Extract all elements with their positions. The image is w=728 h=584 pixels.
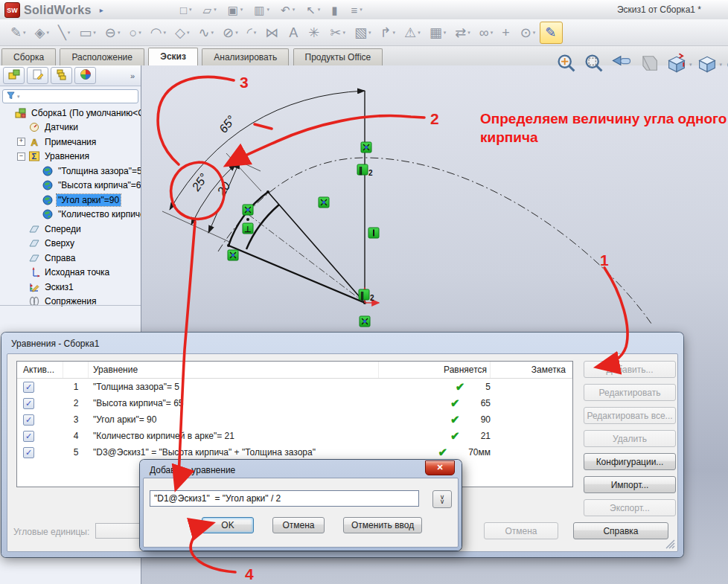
dropdown-caret-icon[interactable]: ▾ bbox=[533, 30, 536, 36]
open-document-button[interactable]: ▱▾ bbox=[203, 4, 217, 16]
ellipse-button[interactable]: ⊘▾ bbox=[218, 22, 243, 43]
repair-sketch-button[interactable]: + bbox=[497, 22, 516, 43]
dropdown-caret-icon[interactable]: ▾ bbox=[393, 30, 396, 36]
line-button[interactable]: ╲▾ bbox=[54, 22, 74, 43]
equation-row[interactable]: ✓ 2 "Высота кирпича"= 65 ✔65 bbox=[17, 395, 572, 411]
dropdown-caret-icon[interactable]: ▾ bbox=[368, 30, 371, 36]
column-header-comment[interactable]: Заметка bbox=[491, 362, 572, 378]
equation-active-checkbox[interactable]: ✓ bbox=[23, 382, 34, 393]
dropdown-caret-icon[interactable]: ▾ bbox=[720, 62, 723, 68]
display-relations-button[interactable]: ∞▾ bbox=[475, 22, 497, 43]
circle-button[interactable]: ○▾ bbox=[124, 22, 145, 43]
xpress-products-button[interactable]: ▮ bbox=[331, 4, 339, 16]
convert-entities-button[interactable]: ▧▾ bbox=[350, 22, 376, 43]
tree-item[interactable]: "Угол арки"=90 bbox=[0, 193, 141, 208]
equation-row[interactable]: ✓ 4 "Количество кирпичей в арке"= 21 ✔21 bbox=[17, 428, 572, 444]
constraint-coincident-icon[interactable] bbox=[243, 205, 253, 215]
straight-slot-button[interactable]: ⊖▾ bbox=[100, 22, 125, 43]
sketch-button[interactable]: ✎▾ bbox=[6, 22, 31, 43]
configurationmanager-tab[interactable] bbox=[51, 67, 72, 84]
equation-row[interactable]: ✓ 3 "Угол арки"= 90 ✔90 bbox=[17, 411, 572, 428]
edit-all-button[interactable]: Редактировать все... bbox=[584, 407, 676, 424]
equation-active-checkbox[interactable]: ✓ bbox=[23, 398, 34, 409]
tab-Расположение[interactable]: Расположение bbox=[60, 48, 144, 66]
delete-button[interactable]: Удалить bbox=[584, 430, 676, 447]
export-button[interactable]: Экспорт... bbox=[584, 499, 676, 516]
equation-row[interactable]: ✓ 1 "Толщина зазора"= 5 ✔5 bbox=[17, 379, 572, 395]
tab-Анализировать[interactable]: Анализировать bbox=[202, 48, 289, 66]
displaymanager-tab[interactable] bbox=[74, 67, 96, 84]
dropdown-caret-icon[interactable]: ▾ bbox=[293, 7, 296, 13]
menu-expand-icon[interactable]: ▸ bbox=[100, 6, 103, 14]
dropdown-caret-icon[interactable]: ▾ bbox=[689, 62, 692, 68]
tree-item[interactable]: Датчики bbox=[0, 121, 141, 135]
close-icon[interactable]: ✕ bbox=[425, 461, 455, 475]
sketch-point[interactable] bbox=[266, 190, 269, 193]
dropdown-caret-icon[interactable]: ▾ bbox=[23, 30, 26, 36]
tab-Сборка[interactable]: Сборка bbox=[1, 48, 56, 66]
column-header-evaluates[interactable]: Равняется bbox=[379, 362, 491, 378]
section-view-button[interactable] bbox=[638, 52, 662, 77]
view-orientation-button[interactable] bbox=[610, 52, 634, 77]
sketch-point[interactable] bbox=[246, 218, 249, 221]
tab-Эскиз[interactable]: Эскиз bbox=[148, 48, 198, 66]
smart-dimension-button[interactable]: ◈▾ bbox=[31, 22, 54, 43]
dropdown-caret-icon[interactable]: ▾ bbox=[267, 7, 270, 13]
dimension-65-text[interactable]: 65° bbox=[217, 113, 238, 135]
constraint-coincident-icon[interactable] bbox=[228, 250, 238, 260]
centerpoint-arc-button[interactable]: ◠▾ bbox=[146, 22, 170, 43]
tree-item[interactable]: Сопряжения bbox=[0, 295, 141, 309]
text-button[interactable]: A bbox=[284, 22, 304, 43]
tree-item[interactable]: + A Примечания bbox=[0, 135, 141, 150]
brick-radial-line[interactable] bbox=[229, 246, 365, 303]
tree-item[interactable]: − Σ Уравнения bbox=[0, 150, 141, 164]
zoom-to-fit-button[interactable] bbox=[555, 52, 579, 77]
equation-active-checkbox[interactable]: ✓ bbox=[23, 414, 34, 426]
tree-item[interactable]: Сверху bbox=[0, 237, 141, 251]
dropdown-caret-icon[interactable]: ▾ bbox=[93, 30, 96, 36]
dropdown-caret-icon[interactable]: ▾ bbox=[138, 30, 141, 36]
equation-active-checkbox[interactable]: ✓ bbox=[23, 447, 34, 458]
constraint-coincident-icon[interactable] bbox=[319, 197, 329, 208]
constraint-coincident-icon[interactable] bbox=[360, 316, 370, 327]
save-button[interactable]: ▣▾ bbox=[228, 4, 243, 16]
ok-button[interactable]: OK bbox=[202, 517, 254, 533]
panel-expand-chevron[interactable]: » bbox=[130, 71, 138, 80]
dropdown-caret-icon[interactable]: ▾ bbox=[360, 7, 363, 13]
help-button[interactable]: Справка bbox=[573, 522, 668, 539]
tree-expander[interactable]: − bbox=[17, 153, 25, 161]
dropdown-caret-icon[interactable]: ▾ bbox=[444, 30, 447, 36]
select-button[interactable]: ↖▾ bbox=[306, 4, 320, 16]
filter-caret-icon[interactable]: ▾ bbox=[17, 94, 20, 100]
view-settings-button[interactable]: ▾ bbox=[665, 52, 692, 77]
dropdown-caret-icon[interactable]: ▾ bbox=[254, 30, 257, 36]
dropdown-caret-icon[interactable]: ▾ bbox=[68, 30, 71, 36]
tree-item[interactable]: Справа bbox=[0, 251, 141, 266]
zoom-to-area-button[interactable] bbox=[583, 52, 607, 77]
dropdown-caret-icon[interactable]: ▾ bbox=[211, 30, 214, 36]
dropdown-caret-icon[interactable]: ▾ bbox=[164, 30, 167, 36]
sketch-fillet-button[interactable]: ◜▾ bbox=[243, 22, 261, 43]
instant2d-button[interactable]: ⊙▾ bbox=[516, 22, 540, 43]
display-style-button[interactable]: ▾ bbox=[696, 52, 723, 77]
polygon-button[interactable]: ◇▾ bbox=[170, 22, 194, 43]
constraint-parallel-icon[interactable]: ∥2 bbox=[359, 289, 374, 302]
cancel-input-button[interactable]: Отменить ввод bbox=[343, 517, 422, 533]
panel-splitter[interactable] bbox=[0, 305, 141, 306]
equation-active-checkbox[interactable]: ✓ bbox=[23, 431, 34, 442]
cancel-button[interactable]: Отмена bbox=[484, 522, 558, 539]
move-entities-button[interactable]: ⇄▾ bbox=[450, 22, 475, 43]
mirror-entities-button[interactable]: ⋈ bbox=[261, 22, 284, 43]
dropdown-caret-icon[interactable]: ▾ bbox=[418, 30, 421, 36]
linear-sketch-pattern-button[interactable]: ▦▾ bbox=[425, 22, 451, 43]
add-button[interactable]: Добавить... bbox=[584, 361, 676, 378]
tab-Продукты Office[interactable]: Продукты Office bbox=[293, 48, 383, 66]
sketch-picture-button[interactable]: ⚠▾ bbox=[400, 22, 425, 43]
tree-item[interactable]: Исходная точка bbox=[0, 266, 141, 280]
corner-rectangle-button[interactable]: ▭▾ bbox=[74, 22, 100, 43]
tree-item[interactable]: Сборка1 (По умолчанию<Сс bbox=[0, 106, 141, 121]
constraint-parallel-icon[interactable]: ∥2 bbox=[357, 164, 373, 177]
equation-input[interactable] bbox=[150, 490, 419, 507]
dropdown-caret-icon[interactable]: ▾ bbox=[118, 30, 121, 36]
tree-filter[interactable]: ▾ bbox=[2, 89, 138, 103]
